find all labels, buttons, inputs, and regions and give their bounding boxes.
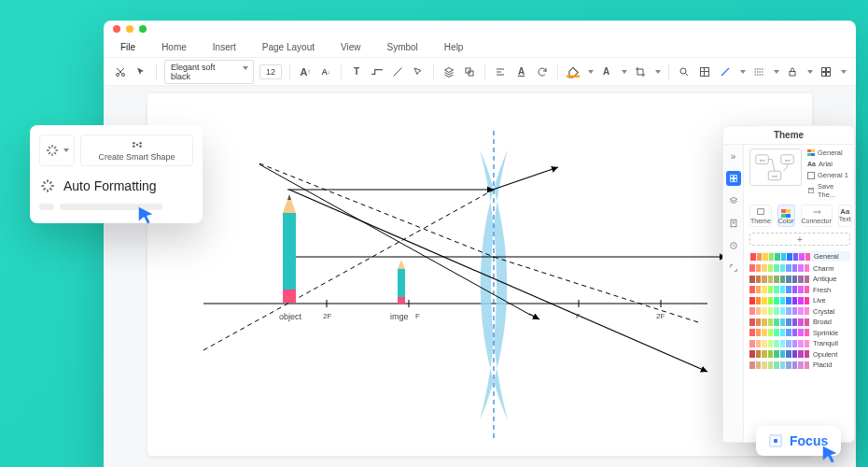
group-icon[interactable] bbox=[462, 64, 477, 80]
svg-rect-53 bbox=[758, 209, 764, 215]
cut-icon[interactable] bbox=[113, 64, 128, 80]
palette-row[interactable]: Charm bbox=[749, 264, 850, 273]
side-tab-layers-icon[interactable] bbox=[726, 193, 741, 208]
menu-symbol[interactable]: Symbol bbox=[387, 42, 418, 52]
theme-opt-font[interactable]: AaArial bbox=[807, 160, 850, 168]
connector-tool-icon[interactable] bbox=[370, 64, 385, 80]
palette-row[interactable]: Crystal bbox=[749, 307, 850, 316]
select-tool-icon[interactable] bbox=[411, 64, 426, 80]
menu-help[interactable]: Help bbox=[444, 42, 464, 52]
close-dot[interactable] bbox=[113, 25, 120, 33]
search-icon[interactable] bbox=[677, 64, 692, 80]
menubar: File Home Insert Page Layout View Symbol… bbox=[104, 37, 856, 58]
separator bbox=[557, 64, 558, 79]
side-tab-page-icon[interactable] bbox=[726, 216, 741, 231]
mode-text[interactable]: AaText bbox=[838, 205, 852, 227]
svg-marker-31 bbox=[287, 194, 291, 200]
lock-icon[interactable] bbox=[785, 64, 800, 80]
svg-rect-10 bbox=[822, 72, 826, 76]
palette-name: Crystal bbox=[813, 307, 850, 316]
mode-connector[interactable]: Connector bbox=[801, 205, 833, 227]
align-icon[interactable] bbox=[493, 64, 508, 80]
font-bigger-icon[interactable]: A↑ bbox=[298, 64, 313, 80]
create-smart-shape-button[interactable]: Create Smart Shape bbox=[80, 134, 193, 166]
side-tab-theme-icon[interactable] bbox=[726, 171, 741, 186]
add-palette-button[interactable]: + bbox=[749, 233, 850, 246]
auto-formatting-label[interactable]: Auto Formatting bbox=[63, 178, 157, 193]
stroke-style-dropdown-icon[interactable] bbox=[774, 70, 779, 74]
font-size-input[interactable]: 12 bbox=[259, 64, 282, 79]
minimize-dot[interactable] bbox=[126, 25, 133, 33]
stroke-dropdown-icon[interactable] bbox=[740, 70, 746, 74]
maximize-dot[interactable] bbox=[139, 25, 147, 33]
two-f-right-label: 2F bbox=[656, 312, 665, 320]
theme-opt-general[interactable]: General bbox=[807, 149, 850, 157]
svg-rect-8 bbox=[822, 67, 826, 71]
menu-home[interactable]: Home bbox=[161, 42, 187, 52]
side-tab-collapse-icon[interactable]: » bbox=[726, 149, 741, 163]
palette-name: General bbox=[814, 252, 849, 261]
theme-opt-general1[interactable]: General 1 bbox=[807, 171, 850, 179]
palette-name: Placid bbox=[813, 361, 850, 369]
theme-opt-save[interactable]: Save The... bbox=[807, 182, 850, 199]
drawing-canvas[interactable]: object 2F imge F F 2F bbox=[147, 93, 812, 456]
menu-file[interactable]: File bbox=[120, 42, 135, 52]
separator bbox=[156, 64, 157, 79]
text-tool-icon[interactable]: T bbox=[349, 64, 364, 80]
grid-icon[interactable] bbox=[819, 64, 833, 80]
svg-rect-33 bbox=[398, 297, 405, 304]
menu-view[interactable]: View bbox=[341, 42, 361, 52]
palette-name: Antique bbox=[813, 275, 850, 283]
stroke-style-icon[interactable] bbox=[751, 64, 766, 80]
palette-row[interactable]: Live bbox=[749, 296, 850, 304]
palette-row[interactable]: Sprinkle bbox=[749, 329, 850, 337]
theme-title: Theme bbox=[723, 126, 854, 145]
palette-name: Broad bbox=[813, 318, 850, 326]
palette-name: Live bbox=[813, 296, 850, 304]
lock-dropdown-icon[interactable] bbox=[807, 70, 813, 74]
side-tab-expand-icon[interactable] bbox=[726, 261, 741, 276]
toolbar: Elegant soft black 12 A↑ A↓ T A A bbox=[104, 58, 856, 86]
palette-row[interactable]: Fresh bbox=[749, 286, 850, 294]
menu-insert[interactable]: Insert bbox=[213, 42, 236, 52]
image-label: imge bbox=[390, 312, 409, 321]
pointer-tool-icon[interactable] bbox=[133, 64, 148, 80]
line-tool-icon[interactable] bbox=[390, 64, 405, 80]
pen-icon[interactable] bbox=[718, 64, 733, 80]
spark-button[interactable] bbox=[39, 134, 75, 166]
mode-color[interactable]: Color bbox=[777, 205, 795, 227]
palette-row[interactable]: Tranquil bbox=[749, 339, 850, 347]
format-painter-icon[interactable]: A bbox=[599, 64, 614, 80]
palette-name: Charm bbox=[813, 264, 850, 273]
svg-rect-40 bbox=[730, 176, 733, 178]
svg-point-5 bbox=[680, 68, 686, 74]
palette-name: Tranquil bbox=[813, 339, 850, 347]
svg-marker-34 bbox=[398, 260, 405, 269]
separator bbox=[341, 64, 342, 79]
font-smaller-icon[interactable]: A↓ bbox=[318, 64, 333, 80]
text-style-icon[interactable]: A bbox=[513, 64, 528, 80]
font-color-dropdown-icon[interactable] bbox=[622, 70, 627, 74]
theme-panel: Theme » texttexttext General AaArial Gen… bbox=[722, 125, 855, 443]
fill-dropdown-icon[interactable] bbox=[588, 70, 594, 74]
palette-row[interactable]: Broad bbox=[749, 318, 850, 326]
palette-row[interactable]: Antique bbox=[749, 275, 850, 283]
layers-icon[interactable] bbox=[441, 64, 456, 80]
mode-theme[interactable]: Theme bbox=[749, 205, 772, 227]
palette-row[interactable]: Opulent bbox=[749, 350, 850, 359]
crop-icon[interactable] bbox=[633, 64, 648, 80]
table-icon[interactable] bbox=[697, 64, 712, 80]
menu-page-layout[interactable]: Page Layout bbox=[262, 42, 315, 52]
crop-dropdown-icon[interactable] bbox=[655, 70, 661, 74]
object-label: object bbox=[279, 312, 301, 321]
palette-row[interactable]: Placid bbox=[749, 361, 850, 369]
grid-dropdown-icon[interactable] bbox=[841, 70, 847, 74]
fill-bucket-icon[interactable] bbox=[566, 64, 581, 80]
side-tab-history-icon[interactable] bbox=[726, 238, 741, 253]
rotate-icon[interactable] bbox=[535, 64, 550, 80]
svg-point-39 bbox=[139, 145, 142, 148]
palette-row[interactable]: General bbox=[749, 251, 850, 262]
font-family-select[interactable]: Elegant soft black bbox=[164, 60, 254, 84]
theme-preview[interactable]: texttexttext bbox=[749, 149, 802, 186]
svg-rect-42 bbox=[730, 178, 733, 181]
